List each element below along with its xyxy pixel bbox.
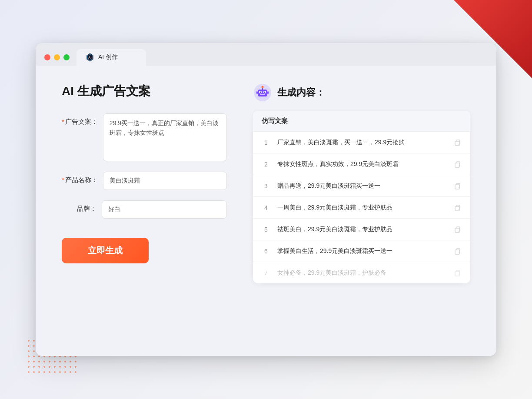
svg-rect-18 (455, 228, 459, 233)
traffic-light-green[interactable] (63, 54, 70, 60)
left-panel: AI 生成广告文案 *广告文案： *产品名称： 品牌： 立 (62, 83, 227, 339)
svg-rect-13 (267, 91, 269, 94)
svg-rect-15 (455, 163, 459, 167)
traffic-light-red[interactable] (44, 54, 50, 60)
result-table: 仿写文案 1 厂家直销，美白淡斑霜，买一送一，29.9元抢购 2 专抹女性斑点，… (253, 111, 470, 283)
product-name-label: *产品名称： (62, 172, 98, 184)
page-title: AI 生成广告文案 (62, 83, 227, 100)
product-name-row: *产品名称： (62, 172, 227, 190)
row-text-1: 厂家直销，美白淡斑霜，买一送一，29.9元抢购 (277, 138, 446, 147)
brand-label: 品牌： (62, 200, 96, 213)
required-star-ad: * (62, 118, 64, 125)
row-num-6: 6 (262, 248, 270, 255)
robot-icon (253, 83, 272, 102)
copy-icon-5[interactable] (453, 225, 462, 234)
row-num-5: 5 (262, 226, 270, 233)
copy-icon-6[interactable] (453, 247, 462, 256)
row-text-5: 祛斑美白，29.9元美白淡斑霜，专业护肤品 (277, 225, 446, 234)
svg-rect-16 (455, 185, 459, 189)
brand-input[interactable] (102, 200, 227, 219)
right-panel: 生成内容： 仿写文案 1 厂家直销，美白淡斑霜，买一送一，29.9元抢购 2 (253, 83, 470, 339)
svg-rect-12 (256, 91, 258, 94)
table-row: 5 祛斑美白，29.9元美白淡斑霜，专业护肤品 (253, 219, 470, 240)
table-row: 7 女神必备，29.9元美白淡斑霜，护肤必备 (253, 262, 470, 283)
copy-icon-1[interactable] (453, 138, 462, 147)
row-num-1: 1 (262, 139, 270, 146)
traffic-lights (44, 54, 70, 60)
browser-window: AI AI 创作 AI 生成广告文案 *广告文案： *产品名称： (36, 43, 496, 356)
browser-tab[interactable]: AI AI 创作 (76, 49, 146, 66)
generate-button[interactable]: 立即生成 (62, 238, 149, 263)
table-row: 3 赠品再送，29.9元美白淡斑霜买一送一 (253, 175, 470, 197)
table-row: 1 厂家直销，美白淡斑霜，买一送一，29.9元抢购 (253, 132, 470, 153)
product-name-input[interactable] (103, 172, 227, 190)
copy-icon-3[interactable] (453, 182, 462, 190)
tab-title: AI 创作 (98, 53, 118, 61)
svg-point-11 (262, 86, 264, 88)
required-star-product: * (62, 176, 64, 183)
ad-copy-input[interactable] (103, 113, 227, 161)
svg-rect-17 (455, 206, 459, 211)
row-num-2: 2 (262, 161, 270, 168)
ad-copy-row: *广告文案： (62, 113, 227, 161)
table-row: 6 掌握美白生活，29.9元美白淡斑霜买一送一 (253, 240, 470, 262)
table-row: 2 专抹女性斑点，真实功效，29.9元美白淡斑霜 (253, 153, 470, 175)
brand-row: 品牌： (62, 200, 227, 219)
svg-rect-14 (455, 141, 459, 146)
row-text-6: 掌握美白生活，29.9元美白淡斑霜买一送一 (277, 246, 446, 256)
svg-text:AI: AI (88, 56, 91, 60)
right-title: 生成内容： (277, 86, 325, 99)
table-header: 仿写文案 (253, 111, 470, 132)
copy-icon-7[interactable] (453, 269, 462, 277)
browser-content: AI 生成广告文案 *广告文案： *产品名称： 品牌： 立 (36, 66, 496, 356)
row-text-4: 一周美白，29.9元美白淡斑霜，专业护肤品 (277, 203, 446, 212)
table-row: 4 一周美白，29.9元美白淡斑霜，专业护肤品 (253, 197, 470, 219)
copy-icon-4[interactable] (453, 203, 462, 212)
traffic-light-yellow[interactable] (54, 54, 60, 60)
svg-rect-4 (258, 90, 267, 96)
svg-point-7 (260, 92, 261, 93)
ad-copy-label: *广告文案： (62, 113, 98, 126)
row-num-7: 7 (262, 269, 270, 276)
svg-rect-9 (260, 94, 265, 95)
row-num-4: 4 (262, 204, 270, 211)
browser-chrome: AI AI 创作 (36, 43, 496, 66)
row-num-3: 3 (262, 183, 270, 190)
copy-icon-2[interactable] (453, 160, 462, 169)
ai-tab-icon: AI (85, 53, 95, 62)
row-text-3: 赠品再送，29.9元美白淡斑霜买一送一 (277, 181, 446, 190)
svg-point-8 (264, 92, 266, 93)
svg-rect-20 (455, 272, 459, 276)
row-text-7: 女神必备，29.9元美白淡斑霜，护肤必备 (277, 268, 446, 277)
svg-rect-19 (455, 250, 459, 254)
right-header: 生成内容： (253, 83, 470, 102)
row-text-2: 专抹女性斑点，真实功效，29.9元美白淡斑霜 (277, 160, 446, 169)
